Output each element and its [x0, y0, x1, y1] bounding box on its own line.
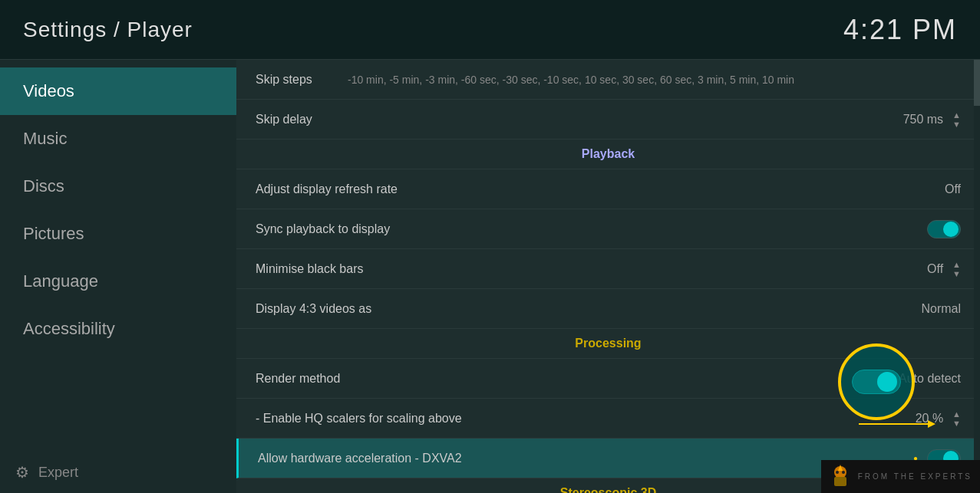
spinner-up-icon[interactable]: ▲ — [952, 409, 961, 419]
spinner-down-icon[interactable]: ▼ — [952, 269, 961, 278]
sidebar-item-videos[interactable]: Videos — [0, 67, 236, 115]
spinner-up-icon[interactable]: ▲ — [952, 260, 961, 269]
skip-delay-value: 750 ms ▲ ▼ — [903, 110, 961, 129]
toggle-zoom-inner — [852, 370, 901, 394]
minimise-black-bars-label: Minimise black bars — [256, 262, 363, 276]
clock: 4:21 PM — [843, 14, 957, 46]
watermark-icon — [829, 463, 852, 490]
sync-playback-toggle[interactable] — [927, 220, 961, 238]
display-43-value: Normal — [921, 302, 961, 316]
enable-hq-label: - Enable HQ scalers for scaling above — [256, 412, 462, 426]
svg-marker-1 — [928, 420, 935, 428]
spinner-down-icon[interactable]: ▼ — [952, 120, 961, 129]
expert-button[interactable]: ⚙ Expert — [0, 452, 236, 493]
scrollbar[interactable] — [974, 60, 980, 493]
sidebar-item-pictures[interactable]: Pictures — [0, 210, 236, 258]
spinner-down-icon[interactable]: ▼ — [952, 419, 961, 428]
svg-point-5 — [836, 471, 839, 474]
sidebar-item-accessibility[interactable]: Accessibility — [0, 305, 236, 353]
toggle-zoom-circle — [838, 343, 915, 420]
scroll-thumb[interactable] — [974, 60, 980, 106]
skip-steps-value: -10 min, -5 min, -3 min, -60 sec, -30 se… — [348, 74, 794, 86]
skip-steps-label: Skip steps — [256, 73, 332, 87]
settings-content[interactable]: Skip steps -10 min, -5 min, -3 min, -60 … — [236, 60, 980, 493]
svg-point-6 — [842, 471, 845, 474]
skip-delay-row[interactable]: Skip delay 750 ms ▲ ▼ — [236, 100, 980, 140]
enable-hq-spinner[interactable]: ▲ ▼ — [952, 409, 961, 428]
section-playback-header: Playback — [236, 140, 980, 169]
svg-rect-3 — [834, 477, 846, 486]
watermark-text: FROM THE EXPERTS — [858, 472, 972, 481]
display-43-label: Display 4:3 videos as — [256, 302, 371, 316]
gear-icon: ⚙ — [15, 463, 29, 481]
watermark: FROM THE EXPERTS — [821, 460, 980, 493]
sync-playback-toggle-container[interactable] — [927, 220, 961, 238]
app-header: Settings / Player 4:21 PM — [0, 0, 980, 60]
minimise-black-bars-spinner[interactable]: ▲ ▼ — [952, 260, 961, 278]
main-layout: Videos Music Discs Pictures Language Acc… — [0, 60, 980, 493]
adjust-display-label: Adjust display refresh rate — [256, 182, 398, 196]
display-43-row[interactable]: Display 4:3 videos as Normal — [236, 289, 980, 329]
sidebar-item-music[interactable]: Music — [0, 115, 236, 163]
sync-playback-label: Sync playback to display — [256, 222, 390, 236]
skip-steps-row[interactable]: Skip steps -10 min, -5 min, -3 min, -60 … — [236, 60, 980, 100]
page-title: Settings / Player — [23, 18, 193, 42]
toggle-highlight-overlay — [838, 343, 915, 420]
render-method-label: Render method — [256, 372, 340, 386]
adjust-display-value: Off — [945, 182, 961, 196]
allow-hw-label: Allow hardware acceleration - DXVA2 — [258, 452, 462, 465]
adjust-display-row[interactable]: Adjust display refresh rate Off — [236, 169, 980, 209]
sync-playback-row[interactable]: Sync playback to display — [236, 209, 980, 249]
sidebar-item-language[interactable]: Language — [0, 258, 236, 305]
spinner-up-icon[interactable]: ▲ — [952, 110, 961, 120]
skip-delay-spinner[interactable]: ▲ ▼ — [952, 110, 961, 129]
minimise-black-bars-row[interactable]: Minimise black bars Off ▲ ▼ — [236, 249, 980, 289]
minimise-black-bars-value: Off ▲ ▼ — [927, 260, 961, 278]
skip-delay-label: Skip delay — [256, 113, 312, 127]
sidebar: Videos Music Discs Pictures Language Acc… — [0, 60, 236, 493]
sidebar-item-discs[interactable]: Discs — [0, 163, 236, 210]
